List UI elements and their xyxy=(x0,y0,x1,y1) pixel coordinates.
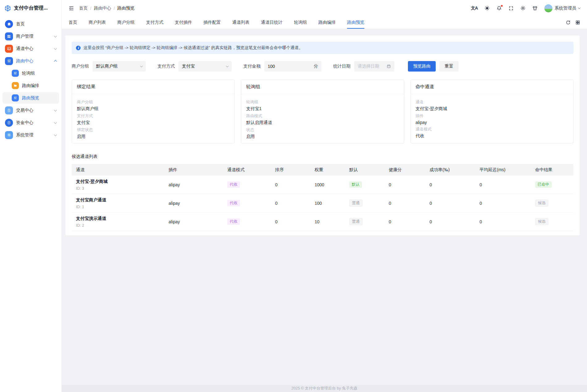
collapse-sidebar-icon[interactable] xyxy=(69,6,74,11)
breadcrumb-home[interactable]: 首页 xyxy=(79,6,88,11)
mode-badge: 代收 xyxy=(227,200,240,206)
hit-result-badge: 候选 xyxy=(535,200,548,207)
chevron-down-icon xyxy=(54,108,57,111)
preview-route-button[interactable]: 预览路由 xyxy=(408,61,436,72)
tabbar-actions xyxy=(566,20,580,25)
tab-route-preview[interactable]: 路由预览 xyxy=(347,16,364,29)
user-menu[interactable]: 系统管理员 xyxy=(544,4,580,12)
chevron-down-icon xyxy=(54,34,57,37)
gear-icon xyxy=(5,131,13,139)
hit-channel-card: 命中通道 通道 支付宝-翌夕商城 插件 alipay 通道模式 代收 xyxy=(410,80,573,143)
table-row[interactable]: 支付宝商户通道 ID: 1 alipay 代收 0 100 普通 0 0 0 候… xyxy=(72,194,573,213)
col-default: 默认 xyxy=(345,167,384,173)
chevron-up-icon xyxy=(54,60,57,63)
sliders-icon xyxy=(5,57,13,65)
field-label: 商户分组 xyxy=(77,99,229,105)
sidebar-item-trade-center[interactable]: 交易中心 xyxy=(2,105,59,116)
candidate-channel-list-title: 候选通道列表 xyxy=(72,154,573,159)
amount-input[interactable]: 100 分 xyxy=(264,61,321,72)
field-label: 支付方式 xyxy=(77,113,229,119)
tab-channel-list[interactable]: 通道列表 xyxy=(232,16,249,29)
merchant-group-select[interactable]: 默认商户组 xyxy=(93,61,146,72)
col-mode: 通道模式 xyxy=(223,167,271,173)
tab-merchant-list[interactable]: 商户列表 xyxy=(89,16,106,29)
sidebar-item-polling-group[interactable]: 轮询组 xyxy=(2,68,59,79)
sidebar-item-route-center[interactable]: 路由中心 xyxy=(2,55,59,67)
tab-pay-method[interactable]: 支付方式 xyxy=(146,16,163,29)
avg-delay-value: 0 xyxy=(475,182,531,187)
table-row[interactable]: 支付宝演示通道 ID: 2 alipay 代收 0 10 普通 0 0 0 候选 xyxy=(72,213,573,231)
tab-channel-daily-stats[interactable]: 通道日统计 xyxy=(261,16,283,29)
tab-polling-group[interactable]: 轮询组 xyxy=(294,16,307,29)
tab-route-orchestration[interactable]: 路由编排 xyxy=(318,16,336,29)
pay-method-value: 支付宝 xyxy=(182,64,195,69)
binding-result-card: 绑定结果 商户分组 默认商户组 支付方式 支付宝 绑定状态 启用 xyxy=(72,80,235,143)
notifications-bell-icon[interactable] xyxy=(497,6,502,11)
sidebar-item-label: 首页 xyxy=(16,21,25,27)
clipboard-icon xyxy=(5,106,13,114)
translate-icon[interactable]: 文A xyxy=(471,6,478,11)
layout-grid-icon[interactable] xyxy=(575,20,580,25)
col-weight: 权重 xyxy=(310,167,345,173)
card-title: 绑定结果 xyxy=(72,80,234,94)
col-plugin: 插件 xyxy=(164,167,223,173)
pay-method-select[interactable]: 支付宝 xyxy=(178,61,232,72)
refresh-icon[interactable] xyxy=(566,20,571,25)
sidebar-item-home[interactable]: 首页 xyxy=(2,18,59,30)
field-label: 通道 xyxy=(416,99,568,105)
breadcrumb-separator: / xyxy=(90,6,91,11)
sidebar-item-merchant-mgmt[interactable]: 商户管理 xyxy=(2,31,59,42)
sidebar-item-route-orchestration[interactable]: 路由编排 xyxy=(2,80,59,91)
col-sort: 排序 xyxy=(271,167,310,173)
info-alert: i 这里会按照 “商户分组 -> 轮询组绑定 -> 轮询组编排 -> 候选通道过… xyxy=(72,42,573,54)
hit-result-badge: 已命中 xyxy=(535,181,552,188)
settings-gear-icon[interactable] xyxy=(520,6,526,11)
health-value: 0 xyxy=(384,219,425,224)
tab-pay-plugin[interactable]: 支付插件 xyxy=(175,16,192,29)
app-logo: 支付中台管理... xyxy=(0,0,61,16)
weight-value: 1000 xyxy=(310,182,345,187)
date-picker[interactable]: 请选择日期 xyxy=(354,61,394,72)
sidebar-item-system-mgmt[interactable]: 系统管理 xyxy=(2,129,59,141)
breadcrumb-route-preview: 路由预览 xyxy=(117,6,135,11)
plugin-value: alipay xyxy=(164,219,223,224)
merchant-group-label: 商户分组 xyxy=(72,64,89,69)
sidebar-item-label: 路由编排 xyxy=(22,83,39,89)
tab-merchant-group[interactable]: 商户分组 xyxy=(117,16,135,29)
avatar xyxy=(544,4,552,12)
reset-button[interactable]: 重置 xyxy=(439,61,459,72)
result-cards: 绑定结果 商户分组 默认商户组 支付方式 支付宝 绑定状态 启用 轮询组 轮询组… xyxy=(72,80,573,143)
hit-result-badge: 候选 xyxy=(535,218,548,225)
chevron-down-icon xyxy=(54,133,57,136)
snowflake-logo-icon xyxy=(4,5,11,12)
breadcrumb-route-center[interactable]: 路由中心 xyxy=(94,6,111,11)
field-value: 代收 xyxy=(416,133,568,139)
default-badge: 普通 xyxy=(349,218,363,225)
col-health: 健康分 xyxy=(384,167,425,173)
topbar-actions: 文A 系统管理员 xyxy=(471,4,580,12)
theme-skin-icon[interactable] xyxy=(532,6,538,11)
field-label: 路由模式 xyxy=(246,113,399,119)
mode-badge: 代收 xyxy=(227,218,240,225)
amount-value: 100 xyxy=(268,64,275,69)
sidebar-item-label: 系统管理 xyxy=(16,132,33,138)
date-label: 统计日期 xyxy=(333,64,350,69)
calendar-icon xyxy=(387,64,391,68)
tab-home[interactable]: 首页 xyxy=(69,16,77,29)
field-value: 启用 xyxy=(246,134,399,139)
field-value: 支付宝 xyxy=(77,120,229,126)
sidebar-item-channel-center[interactable]: 通道中心 xyxy=(2,43,59,54)
channel-id: ID: 2 xyxy=(76,223,164,228)
sidebar-item-route-preview[interactable]: 路由预览 xyxy=(2,92,59,104)
sidebar-item-fund-center[interactable]: 资金中心 xyxy=(2,117,59,128)
document-icon xyxy=(5,119,13,127)
merchant-group-value: 默认商户组 xyxy=(96,64,118,69)
fullscreen-icon[interactable] xyxy=(509,6,514,11)
theme-light-icon[interactable] xyxy=(484,6,490,11)
app-title: 支付中台管理... xyxy=(14,5,48,11)
tab-plugin-config[interactable]: 插件配置 xyxy=(203,16,221,29)
table-row[interactable]: 支付宝-翌夕商城 ID: 3 alipay 代收 0 1000 默认 0 0 0… xyxy=(72,175,573,194)
default-badge: 默认 xyxy=(349,181,362,188)
health-value: 0 xyxy=(384,182,425,187)
field-value: 默认商户组 xyxy=(77,106,229,112)
